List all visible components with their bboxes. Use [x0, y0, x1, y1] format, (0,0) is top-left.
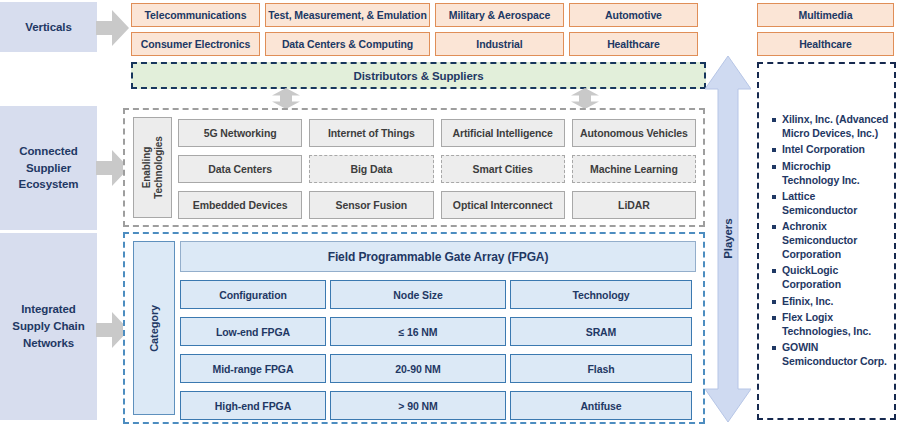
- player-item: Flex Logix Technologies, Inc.: [772, 311, 890, 339]
- fpga-table-cell: > 90 NM: [330, 391, 506, 420]
- player-item: Intel Corporation: [772, 143, 890, 157]
- fpga-table-cell: Flash: [510, 354, 692, 383]
- enabling-tech-box: Autonomous Vehicles: [572, 119, 696, 147]
- fpga-table-cell: SRAM: [510, 317, 692, 346]
- fpga-table: Field Programmable Gate Array (FPGA) Con…: [180, 241, 696, 420]
- vertical-box: Multimedia: [757, 3, 894, 27]
- vertical-box: Consumer Electronics: [131, 32, 260, 56]
- player-item: QuickLogic Corporation: [772, 264, 890, 292]
- fpga-table-grid: Configuration Node Size Technology Low-e…: [180, 280, 696, 420]
- player-item: Xilinx, Inc. (Advanced Micro Devices, In…: [772, 113, 890, 141]
- players-arrow-text: Players: [721, 219, 734, 259]
- bullet-icon: [772, 148, 776, 152]
- enabling-technologies-grid: 5G Networking Internet of Things Artific…: [178, 119, 696, 219]
- bullet-icon: [772, 300, 776, 304]
- connected-supplier-ecosystem-label: Connected Supplier Ecosystem: [0, 106, 97, 230]
- vertical-box: Industrial: [435, 32, 564, 56]
- player-item: GOWIN Semiconductor Corp.: [772, 341, 890, 369]
- player-item: Lattice Semiconductor: [772, 190, 890, 218]
- players-list: Xilinx, Inc. (Advanced Micro Devices, In…: [772, 111, 890, 372]
- player-item: Achronix Semiconductor Corporation: [772, 220, 890, 262]
- enabling-technologies-side-text: Enabling Technologies: [141, 136, 164, 199]
- enabling-tech-box: Optical Interconnect: [441, 191, 565, 219]
- players-arrow-label: Players: [705, 56, 751, 422]
- vertical-box: Automotive: [569, 3, 698, 27]
- verticals-grid: Telecommunications Test, Measurement, & …: [131, 3, 702, 56]
- player-item: Efinix, Inc.: [772, 295, 890, 309]
- players-panel: Xilinx, Inc. (Advanced Micro Devices, In…: [757, 62, 896, 420]
- enabling-technologies-side-label: Enabling Technologies: [133, 117, 172, 218]
- right-block-arrow-icon: [96, 9, 130, 47]
- vertical-box: Telecommunications: [131, 3, 260, 27]
- distributors-suppliers-bar: Distributors & Suppliers: [131, 62, 706, 89]
- fpga-table-cell: Antifuse: [510, 391, 692, 420]
- enabling-tech-box: Artificial Intelligence: [441, 119, 565, 147]
- vertical-box: Healthcare: [757, 32, 894, 56]
- fpga-column-header: Configuration: [180, 280, 326, 309]
- fpga-column-header: Node Size: [330, 280, 506, 309]
- enabling-tech-box: 5G Networking: [178, 119, 302, 147]
- fpga-table-cell: Low-end FPGA: [180, 317, 326, 346]
- enabling-tech-box: Embedded Devices: [178, 191, 302, 219]
- vertical-box: Military & Aerospace: [435, 3, 564, 27]
- connected-supplier-ecosystem-text: Connected Supplier Ecosystem: [19, 143, 79, 193]
- vertical-box: Test, Measurement, & Emulation: [265, 3, 430, 27]
- category-side-label: Category: [133, 241, 175, 415]
- fpga-table-cell: ≤ 16 NM: [330, 317, 506, 346]
- enabling-tech-box: Big Data: [309, 155, 433, 183]
- double-arrow-icon: [267, 88, 305, 109]
- bullet-icon: [772, 346, 776, 350]
- fpga-table-cell: 20-90 NM: [330, 354, 506, 383]
- enabling-technologies-box: Enabling Technologies 5G Networking Inte…: [123, 108, 705, 227]
- enabling-tech-box: Internet of Things: [309, 119, 433, 147]
- player-item: Microchip Technology Inc.: [772, 160, 890, 188]
- fpga-table-title: Field Programmable Gate Array (FPGA): [180, 241, 696, 272]
- vertical-box: Data Centers & Computing: [265, 32, 430, 56]
- bullet-icon: [772, 118, 776, 122]
- bullet-icon: [772, 195, 776, 199]
- distributors-suppliers-text: Distributors & Suppliers: [354, 70, 484, 82]
- side-verticals-grid: Multimedia Healthcare: [757, 3, 894, 56]
- fpga-column-header: Technology: [510, 280, 692, 309]
- verticals-section-text: Verticals: [25, 19, 71, 36]
- fpga-table-cell: Mid-range FPGA: [180, 354, 326, 383]
- enabling-tech-box: LiDAR: [572, 191, 696, 219]
- bullet-icon: [772, 316, 776, 320]
- category-side-text: Category: [148, 305, 161, 352]
- enabling-tech-box: Machine Learning: [572, 155, 696, 183]
- bullet-icon: [772, 165, 776, 169]
- enabling-tech-box: Smart Cities: [441, 155, 565, 183]
- category-box: Category Field Programmable Gate Array (…: [123, 232, 705, 424]
- enabling-tech-box: Sensor Fusion: [309, 191, 433, 219]
- bullet-icon: [772, 269, 776, 273]
- verticals-section-label: Verticals: [0, 2, 97, 52]
- double-arrow-icon: [566, 88, 604, 109]
- enabling-tech-box: Data Centers: [178, 155, 302, 183]
- bullet-icon: [772, 225, 776, 229]
- fpga-ecosystem-diagram: Verticals Connected Supplier Ecosystem I…: [0, 0, 900, 424]
- integrated-supply-chain-label: Integrated Supply Chain Networks: [0, 233, 97, 420]
- integrated-supply-chain-text: Integrated Supply Chain Networks: [12, 301, 84, 351]
- vertical-box: Healthcare: [569, 32, 698, 56]
- fpga-table-cell: High-end FPGA: [180, 391, 326, 420]
